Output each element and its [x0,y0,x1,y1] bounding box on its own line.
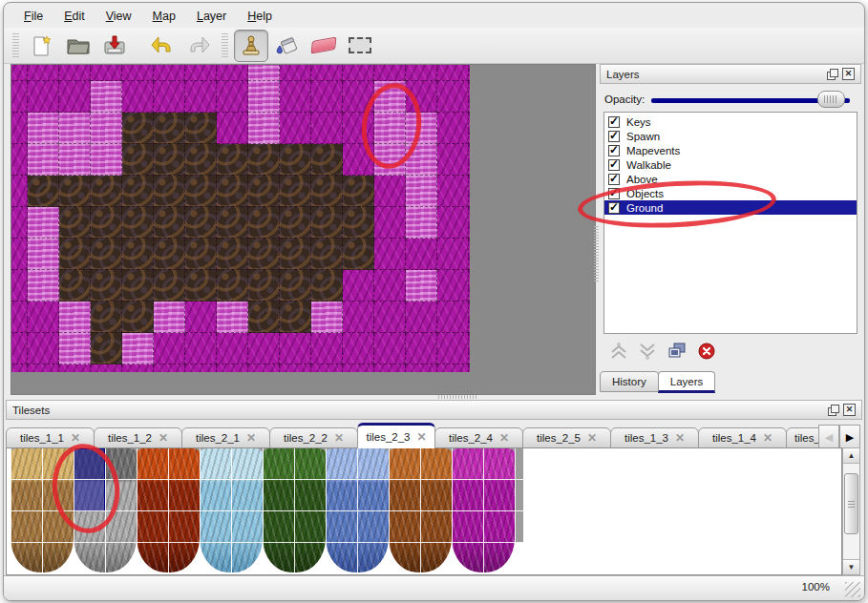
map-tile-magenta-ground[interactable] [248,333,280,364]
map-tile-brown-dirt[interactable] [91,333,122,364]
scrollbar-thumb[interactable] [844,473,858,534]
close-tab-icon[interactable]: ✕ [416,430,426,444]
close-tab-icon[interactable]: ✕ [71,431,80,445]
map-tile-magenta-ground[interactable] [469,333,470,364]
map-tile-magenta-ground[interactable] [374,270,406,302]
map-tile-magenta-ground[interactable] [343,270,374,302]
map-tile-magenta-ground[interactable] [374,333,406,364]
map-tile-magenta-ground[interactable] [437,333,469,364]
map-tile-magenta-ground[interactable] [122,81,154,113]
map-canvas-area[interactable] [11,64,596,395]
map-tile-magenta-ground[interactable] [217,113,248,144]
map-tile-brown-dirt[interactable] [122,239,154,270]
map-tile-magenta-ground[interactable] [59,364,91,372]
map-tile-magenta-ground[interactable] [59,81,91,113]
tileset-green-tree[interactable] [263,448,326,572]
map-tile-magenta-ground[interactable] [11,364,28,372]
map-tile-magenta-ground[interactable] [11,333,28,364]
map-tile-pink-tree[interactable] [28,144,59,176]
map-tile-brown-dirt[interactable] [311,270,343,302]
tileset-tan-tree[interactable] [11,448,74,572]
map-tile-brown-dirt[interactable] [154,239,185,270]
layer-visibility-checkbox[interactable]: ✓ [608,131,620,142]
tileset-content[interactable] [6,447,842,575]
map-tile-brown-dirt[interactable] [28,176,59,207]
map-tile-brown-dirt[interactable] [154,270,185,302]
map-tile-brown-dirt[interactable] [154,144,185,176]
map-tile-pink-tree[interactable] [374,113,406,144]
map-tile-magenta-ground[interactable] [11,65,28,81]
close-tab-icon[interactable]: ✕ [499,431,509,445]
map-tile-pink-tree[interactable] [406,144,437,176]
tileset-ice-tree[interactable] [200,448,263,572]
map-tile-magenta-ground[interactable] [11,207,28,239]
duplicate-layer-button[interactable] [667,342,688,364]
map-tile-magenta-ground[interactable] [343,333,374,364]
map-tile-magenta-ground[interactable] [469,207,470,239]
menu-map[interactable]: Map [142,5,186,26]
tileset-tab-tiles_2_2[interactable]: tiles_2_2✕ [269,427,358,448]
map-tile-magenta-ground[interactable] [343,81,374,113]
map-tile-magenta-ground[interactable] [469,239,470,270]
map-tile-magenta-ground[interactable] [28,333,59,364]
map-tile-magenta-ground[interactable] [280,333,311,364]
map-tile-brown-dirt[interactable] [248,207,280,239]
eraser-tool-button[interactable] [307,30,341,62]
map-tile-magenta-ground[interactable] [469,65,470,81]
map-tile-pink-tree[interactable] [59,113,91,144]
map-tile-magenta-ground[interactable] [154,65,185,81]
map-tile-magenta-ground[interactable] [11,302,28,333]
map-tile-pink-tree[interactable] [28,207,59,239]
map-tile-brown-dirt[interactable] [343,176,374,207]
map-tile-magenta-ground[interactable] [280,113,311,144]
map-tile-magenta-ground[interactable] [469,113,470,144]
map-tile-pink-tree[interactable] [28,270,59,302]
map-tile-pink-tree[interactable] [28,113,59,144]
map-tile-brown-dirt[interactable] [122,113,154,144]
map-tile-magenta-ground[interactable] [374,364,406,372]
map-tile-magenta-ground[interactable] [280,81,311,113]
map-tile-magenta-ground[interactable] [311,364,343,372]
map-tile-magenta-ground[interactable] [248,364,280,372]
map-tile-magenta-ground[interactable] [11,239,28,270]
map-tile-magenta-ground[interactable] [343,364,374,372]
map-tile-magenta-ground[interactable] [217,333,248,364]
map-tile-magenta-ground[interactable] [437,364,469,372]
map-tile-magenta-ground[interactable] [437,81,469,113]
map-tile-magenta-ground[interactable] [374,239,406,270]
map-tile-magenta-ground[interactable] [185,364,217,372]
map-tile-magenta-ground[interactable] [28,302,59,333]
map-tile-magenta-ground[interactable] [343,302,374,333]
map-tile-magenta-ground[interactable] [406,333,437,364]
map-tile-magenta-ground[interactable] [437,113,469,144]
map-tile-brown-dirt[interactable] [185,176,217,207]
tileset-blue-tree[interactable] [326,448,389,572]
move-layer-up-button[interactable] [609,341,628,365]
map-tile-magenta-ground[interactable] [469,270,470,302]
tileset-tab-tiles_2_1[interactable]: tiles_2_1✕ [181,427,270,448]
map-tile-brown-dirt[interactable] [343,207,374,239]
map-tile-magenta-ground[interactable] [437,65,469,81]
layer-row-above[interactable]: ✓Above [604,172,857,186]
map-tile-brown-dirt[interactable] [217,207,248,239]
map-tile-magenta-ground[interactable] [91,364,122,372]
map-tile-brown-dirt[interactable] [217,176,248,207]
tileset-tab-tiles_1_2[interactable]: tiles_1_2✕ [94,427,182,448]
select-tool-button[interactable] [343,30,377,62]
map-tile-brown-dirt[interactable] [280,270,311,302]
map-tile-pink-tree[interactable] [406,270,437,302]
fill-tool-button[interactable] [270,30,305,62]
map-tile-magenta-ground[interactable] [217,81,248,113]
toolbar-drag-handle[interactable] [12,33,19,58]
map-tile-magenta-ground[interactable] [311,65,343,81]
map-tile-magenta-ground[interactable] [406,239,437,270]
map-tile-magenta-ground[interactable] [154,364,185,372]
map-tile-magenta-ground[interactable] [469,176,470,207]
map-tile-pink-tree[interactable] [248,65,280,81]
resize-grip-icon[interactable] [845,582,860,597]
tileset-rust-tree[interactable] [389,448,452,572]
map-tile-magenta-ground[interactable] [469,144,470,176]
menu-file[interactable]: File [13,5,53,26]
map-tile-magenta-ground[interactable] [437,144,469,176]
map-tile-brown-dirt[interactable] [154,176,185,207]
